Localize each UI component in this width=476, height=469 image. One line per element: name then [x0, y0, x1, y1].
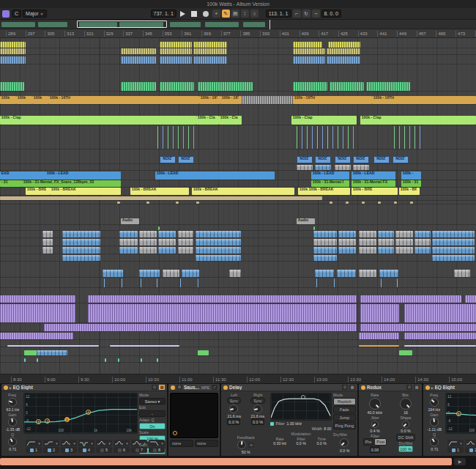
clip[interactable] [360, 304, 399, 322]
clip[interactable]: EAD [0, 171, 45, 180]
clip[interactable] [160, 82, 194, 91]
clip[interactable] [157, 126, 196, 149]
filter-value[interactable]: 0.00 [370, 446, 381, 453]
clip[interactable] [178, 239, 193, 245]
clip[interactable] [103, 270, 123, 277]
clip[interactable] [242, 96, 293, 104]
clip[interactable] [395, 239, 413, 245]
clip[interactable] [414, 231, 431, 237]
clip[interactable] [381, 278, 382, 287]
clip[interactable] [141, 278, 141, 287]
clip[interactable] [297, 126, 357, 149]
clip[interactable] [338, 239, 356, 245]
map-chooser-2[interactable]: none [195, 440, 218, 447]
clip[interactable] [378, 239, 394, 245]
clip[interactable]: 100k - 16T [199, 96, 220, 104]
mode-jump-button[interactable]: Jump [333, 414, 356, 421]
clip[interactable] [139, 247, 157, 254]
band-activator[interactable]: 2 [43, 447, 59, 453]
clip[interactable]: 100k - LEAD [155, 171, 275, 180]
clip[interactable] [346, 202, 349, 204]
clip[interactable]: 100k - 31-Mental FX [311, 180, 349, 187]
clip[interactable] [37, 350, 67, 355]
clip[interactable] [293, 42, 322, 48]
sync-toggle[interactable]: Sync [250, 397, 264, 404]
clip[interactable] [193, 56, 227, 64]
clip[interactable] [313, 247, 337, 254]
clip[interactable]: 100k - 31-Mental FX [352, 180, 395, 187]
clip[interactable] [139, 239, 157, 245]
eq-display[interactable]: 1260-6-121001 [445, 393, 476, 434]
clip[interactable] [62, 255, 100, 261]
clip[interactable] [104, 278, 105, 287]
filter-freq-value[interactable]: 1.00 kHz [286, 421, 302, 426]
fold-icon[interactable]: ▸ [431, 385, 434, 390]
freeze-icon[interactable]: ∞ [248, 443, 254, 448]
band-activator[interactable]: 2 [465, 447, 476, 453]
shape-knob[interactable] [402, 421, 409, 428]
clip[interactable] [146, 202, 149, 204]
clip[interactable] [119, 247, 138, 254]
capture-icon[interactable]: ○ [250, 10, 259, 18]
key-selector[interactable]: C [12, 10, 21, 18]
clip[interactable]: Audio [121, 218, 139, 224]
scale-icon[interactable] [2, 10, 10, 18]
clip[interactable] [328, 42, 360, 48]
feedback-knob[interactable] [237, 440, 246, 449]
clip[interactable]: 100k - 16TH [372, 96, 476, 104]
clip[interactable]: NOIZ [353, 156, 369, 163]
clip[interactable] [399, 350, 412, 355]
clip[interactable]: 100k - Clap [0, 116, 196, 125]
play-button[interactable] [180, 11, 185, 17]
clip[interactable]: Audio [297, 218, 315, 224]
clip[interactable] [105, 358, 106, 362]
wrench-icon[interactable]: ⚙ [176, 385, 182, 390]
clip[interactable] [330, 82, 364, 91]
clip[interactable]: 100k - 31 [401, 180, 421, 187]
band-shape-selector[interactable]: ▾ [43, 440, 59, 446]
band-shape-selector[interactable]: ▾ [78, 440, 94, 446]
follow-icon[interactable]: + [212, 10, 220, 18]
loop-length[interactable]: 8. 0. 0 [321, 10, 341, 18]
clip[interactable] [198, 278, 198, 287]
clip[interactable]: 100k - BREAK [130, 188, 189, 195]
dry-wet-value[interactable]: 0.0 % [333, 448, 355, 453]
device-scrollbar[interactable] [0, 458, 452, 465]
mode-selector[interactable]: Stereo ▾ [139, 398, 166, 405]
arrangement-area[interactable]: 100k100k100k100k - 16TH100k - 16T100k - … [0, 38, 476, 374]
gain-value[interactable]: -1.11 dB [427, 427, 441, 432]
delay-filter-display[interactable] [270, 393, 331, 421]
clip[interactable] [42, 239, 53, 245]
band-shape-selector[interactable]: ▾ [26, 440, 42, 446]
clip[interactable] [432, 255, 475, 261]
band-active-square[interactable] [118, 448, 122, 452]
rate-knob[interactable] [369, 398, 381, 410]
clip[interactable]: 100k - Clap [360, 116, 476, 125]
clip[interactable] [122, 278, 122, 287]
band-activator[interactable]: 8 [149, 447, 165, 453]
clip[interactable] [293, 48, 325, 54]
clip[interactable]: 100k - LEAD [311, 171, 349, 180]
device-header[interactable]: ▸ EQ Eight [423, 384, 476, 391]
clip[interactable] [315, 270, 334, 277]
clip[interactable] [163, 270, 179, 277]
freq-knob[interactable] [8, 398, 17, 407]
clip[interactable] [334, 278, 335, 287]
adapt-q-toggle[interactable]: On [139, 423, 166, 429]
scale-selector[interactable]: Major▼ [23, 10, 46, 18]
clip[interactable]: 100k - BREAK [50, 188, 121, 195]
clip[interactable] [359, 247, 376, 254]
gain-value[interactable]: -1.35 dB [5, 427, 20, 432]
band-shape-selector[interactable]: ▾ [447, 440, 464, 446]
clip[interactable]: 100k - Clap [291, 116, 357, 125]
clip[interactable] [42, 231, 53, 237]
clip[interactable] [141, 358, 142, 362]
band-active-square[interactable] [135, 448, 139, 452]
clip[interactable]: 100k - LEAD [352, 171, 395, 180]
band-shape-selector[interactable]: ▾ [465, 440, 476, 446]
band-activator[interactable]: 6 [114, 447, 130, 453]
clip[interactable] [178, 247, 193, 254]
rate-value[interactable]: 40.0 kHz [368, 410, 383, 415]
clip[interactable]: - 31 [0, 180, 22, 187]
clip[interactable] [362, 202, 365, 204]
